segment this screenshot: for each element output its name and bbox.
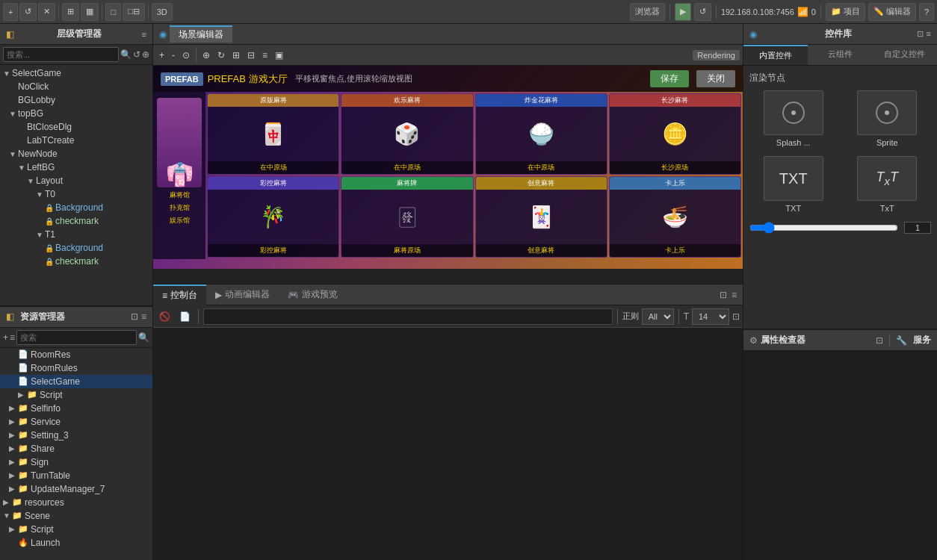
arrow-selectgame: ▼ xyxy=(3,69,12,78)
game-cell-7[interactable]: 创意麻将 🃏 创意麻将 xyxy=(475,176,607,258)
refresh-btn[interactable]: ↺ xyxy=(19,3,37,21)
tool-scale[interactable]: ⊞ xyxy=(229,49,243,62)
resource-item-roomres[interactable]: 📄 RoomRes xyxy=(0,348,152,361)
layer-item-selectgame[interactable]: ▼ SelectGame xyxy=(0,66,152,80)
box-btn2[interactable]: □⊟ xyxy=(123,3,145,21)
game-cell-3[interactable]: 炸金花麻将 🍚 在中原场 xyxy=(475,93,607,175)
prefab-close-btn[interactable]: 关闭 xyxy=(696,70,735,87)
layer-item-newnode[interactable]: ▼ NewNode xyxy=(0,147,152,161)
layer-item-background-t0[interactable]: 🔒 Background xyxy=(0,201,152,214)
game-cell-8[interactable]: 卡上乐 🍜 卡上乐 xyxy=(609,176,741,258)
resource-item-share[interactable]: ▶ 📁 Share xyxy=(0,442,152,455)
clear-console-btn[interactable]: 🚫 xyxy=(156,310,173,323)
browser-btn[interactable]: 浏览器 xyxy=(630,3,665,21)
layer-item-leftbg[interactable]: ▼ LeftBG xyxy=(0,161,152,174)
console-input[interactable] xyxy=(203,308,613,325)
game-cell-5[interactable]: 彩控麻将 🎋 彩控麻将 xyxy=(207,176,339,258)
bottom-window-icon[interactable]: ⊡ xyxy=(720,290,727,300)
layout-btn1[interactable]: ⊞ xyxy=(62,3,79,21)
project-btn[interactable]: 📁 项目 xyxy=(826,3,865,21)
layer-item-bglobby[interactable]: BGLobby xyxy=(0,93,152,107)
sort-resource-icon[interactable]: ≡ xyxy=(10,332,15,343)
console-expand-icon[interactable]: ⊡ xyxy=(732,311,740,322)
layer-item-labtcreate[interactable]: LabTCreate xyxy=(0,134,152,147)
txt-component[interactable]: TXT TXT xyxy=(749,156,838,213)
play-btn[interactable]: ▶ xyxy=(675,3,691,21)
prop-window-icon[interactable]: ⊡ xyxy=(876,335,883,346)
tool-rot[interactable]: ↻ xyxy=(214,49,228,62)
controller-window-icon[interactable]: ⊡ xyxy=(917,29,924,39)
editor-btn[interactable]: ✏️ 编辑器 xyxy=(868,3,916,21)
close-btn[interactable]: ✕ xyxy=(38,3,55,21)
layer-item-topbg[interactable]: ▼ topBG xyxy=(0,107,152,120)
resource-item-updatemanager7[interactable]: ▶ 📁 UpdateManager_7 xyxy=(0,482,152,496)
controller-menu-icon[interactable]: ≡ xyxy=(927,29,931,39)
search-resource-icon[interactable]: 🔍 xyxy=(138,332,149,343)
resource-item-launch[interactable]: 🔥 Launch xyxy=(0,536,152,550)
zoom-in-btn[interactable]: + xyxy=(156,49,167,62)
layer-item-btclosedlg[interactable]: BtCloseDlg xyxy=(0,120,152,134)
stop-btn[interactable]: ↺ xyxy=(694,3,711,21)
resource-menu-icon[interactable]: ≡ xyxy=(141,311,146,322)
layer-menu-icon[interactable]: ≡ xyxy=(142,30,146,39)
splash-component[interactable]: Splash ... xyxy=(749,90,838,147)
tab-console[interactable]: ≡ 控制台 xyxy=(153,284,206,305)
layer-item-checkmark-t1[interactable]: 🔒 checkmark xyxy=(0,255,152,268)
tab-preview[interactable]: 🎮 游戏预览 xyxy=(279,284,347,305)
tool-move[interactable]: ⊕ xyxy=(200,49,213,62)
bottom-menu-icon[interactable]: ≡ xyxy=(732,290,737,300)
game-cell-2[interactable]: 欢乐麻将 🎲 在中原场 xyxy=(341,93,473,175)
tool-anchor[interactable]: ⊟ xyxy=(244,49,258,62)
game-cell-1[interactable]: 原版麻将 🀄 在中原场 xyxy=(207,93,339,175)
sprite-component[interactable]: Sprite xyxy=(844,90,932,147)
add-layer-icon[interactable]: ⊕ xyxy=(142,49,149,60)
zoom-reset-btn[interactable]: ⊙ xyxy=(179,49,193,62)
layer-item-background-t1[interactable]: 🔒 Background xyxy=(0,241,152,255)
resource-item-roomrules[interactable]: 📄 RoomRules xyxy=(0,361,152,375)
resource-item-selfinfo[interactable]: ▶ 📁 Selfinfo xyxy=(0,402,152,415)
game-cell-4[interactable]: 长沙麻将 🪙 长沙原场 xyxy=(609,93,741,175)
layer-item-noclick[interactable]: NoClick xyxy=(0,80,152,93)
help-btn[interactable]: ? xyxy=(919,3,934,21)
resource-item-service[interactable]: ▶ 📁 Service xyxy=(0,415,152,429)
tab-cloud[interactable]: 云组件 xyxy=(808,45,872,65)
layout-btn2[interactable]: ▦ xyxy=(81,3,99,21)
search-icon[interactable]: 🔍 xyxy=(120,49,132,60)
prefab-save-btn[interactable]: 保存 xyxy=(650,70,689,87)
resource-window-icon[interactable]: ⊡ xyxy=(131,311,138,322)
resource-item-sign[interactable]: ▶ 📁 Sign xyxy=(0,455,152,469)
tab-custom[interactable]: 自定义控件 xyxy=(873,45,937,65)
resource-item-resources[interactable]: ▶ 📁 resources xyxy=(0,496,152,509)
layer-item-t0[interactable]: ▼ T0 xyxy=(0,187,152,201)
render-slider[interactable] xyxy=(749,222,898,234)
layer-search-input[interactable] xyxy=(3,47,119,62)
layer-item-checkmark-t0[interactable]: 🔒 checkmark xyxy=(0,214,152,228)
layer-item-layout[interactable]: ▼ Layout xyxy=(0,174,152,187)
zoom-out-btn[interactable]: - xyxy=(169,49,178,62)
resource-item-selectgame[interactable]: 📄 SelectGame xyxy=(0,375,152,388)
add-btn[interactable]: + xyxy=(3,3,18,21)
render-node-title: 渲染节点 xyxy=(749,72,931,84)
tab-builtin[interactable]: 内置控件 xyxy=(743,45,808,65)
filter-select[interactable]: All xyxy=(642,308,674,325)
font-size-select[interactable]: 14 12 16 xyxy=(692,308,729,325)
file-console-btn[interactable]: 📄 xyxy=(176,310,194,323)
rich-txt-component[interactable]: TxT TxT xyxy=(844,156,932,213)
game-cell-6[interactable]: 麻将牌 🀅 麻将原场 xyxy=(341,176,473,258)
tab-animation[interactable]: ▶ 动画编辑器 xyxy=(206,284,279,305)
add-resource-icon[interactable]: + xyxy=(3,332,8,343)
refresh-layer-icon[interactable]: ↺ xyxy=(133,49,140,60)
resource-search-input[interactable] xyxy=(16,330,137,345)
tool-align[interactable]: ≡ xyxy=(259,49,270,62)
scene-viewport[interactable]: PREFAB PREFAB 游戏大厅 平移视窗焦点,使用滚轮缩放视图 保存 关闭 xyxy=(153,66,743,269)
3d-btn[interactable]: 3D xyxy=(152,3,173,21)
resource-item-script[interactable]: ▶ 📁 Script xyxy=(0,388,152,402)
resource-item-scene[interactable]: ▼ 📁 Scene xyxy=(0,509,152,523)
scene-editor-tab[interactable]: 场景编辑器 xyxy=(170,25,232,43)
tool-group[interactable]: ▣ xyxy=(272,49,286,62)
resource-item-setting3[interactable]: ▶ 📁 Setting_3 xyxy=(0,429,152,442)
layer-item-t1[interactable]: ▼ T1 xyxy=(0,228,152,241)
resource-item-turntable[interactable]: ▶ 📁 TurnTable xyxy=(0,469,152,482)
resource-item-scene-script[interactable]: ▶ 📁 Script xyxy=(0,523,152,536)
box-btn1[interactable]: □ xyxy=(105,3,121,21)
